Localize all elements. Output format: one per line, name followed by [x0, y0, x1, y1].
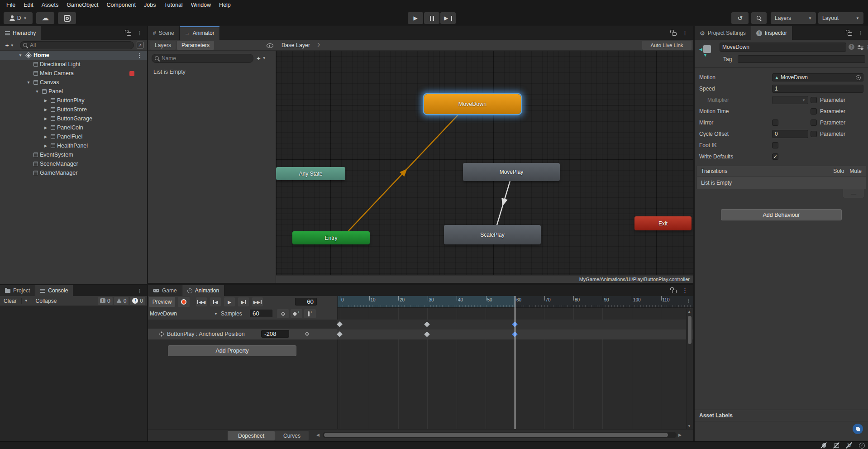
tab-animation[interactable]: Animation [182, 285, 224, 296]
add-keyframe-button[interactable]: + [291, 309, 302, 318]
compile-status-icon[interactable]: ✓ [858, 442, 865, 449]
foldout-icon[interactable]: ▶ [43, 116, 49, 121]
add-event-button[interactable]: + [304, 309, 316, 318]
state-machine-graph[interactable]: MoveDown Any State MovePlay Entry ScaleP… [276, 51, 693, 275]
create-object-button[interactable]: +▼ [3, 41, 16, 49]
parameter-search[interactable] [152, 54, 253, 63]
error-count-toggle[interactable]: ! 0 [130, 297, 145, 305]
undo-history-button[interactable]: ↺ [731, 12, 749, 24]
presets-icon[interactable] [858, 44, 863, 50]
kebab-menu-icon[interactable]: ⋮ [137, 30, 143, 36]
state-node-movedown[interactable]: MoveDown [424, 94, 521, 114]
scroll-right-icon[interactable]: ▶ [678, 433, 682, 437]
next-frame-button[interactable]: ▶ [238, 297, 249, 306]
hierarchy-search[interactable] [20, 41, 134, 49]
warning-count-toggle[interactable]: 0 [114, 297, 129, 305]
account-button[interactable]: D ▼ [4, 12, 33, 24]
eye-icon[interactable] [267, 42, 273, 48]
kebab-menu-icon[interactable]: ⋮ [682, 287, 688, 293]
mirror-parameter-checkbox[interactable] [811, 119, 817, 126]
info-count-toggle[interactable]: ! 0 [98, 297, 113, 305]
add-behaviour-button[interactable]: Add Behaviour [721, 209, 842, 220]
add-property-button[interactable]: Add Property [168, 345, 296, 356]
foldout-icon[interactable]: ▶ [43, 107, 49, 112]
kebab-menu-icon[interactable]: ⋮ [137, 288, 143, 294]
unity-hub-button[interactable] [58, 12, 76, 24]
menu-item[interactable]: Help [215, 0, 235, 10]
pause-button[interactable] [424, 12, 439, 24]
lock-icon[interactable] [672, 290, 677, 293]
clip-dropdown[interactable]: MoveDown ▼ [150, 310, 218, 318]
multiplier-parameter-checkbox[interactable] [811, 97, 817, 103]
preview-button[interactable]: Preview [149, 297, 175, 307]
multiplier-dropdown[interactable]: ▼ [772, 96, 808, 104]
foldout-icon[interactable]: ▶ [43, 125, 49, 130]
scrollbar-thumb[interactable] [688, 316, 692, 344]
tab-project[interactable]: Project [0, 285, 35, 296]
tab-hierarchy[interactable]: Hierarchy [0, 26, 41, 40]
speed-field[interactable] [772, 85, 863, 93]
curves-tab-button[interactable]: Curves [275, 431, 309, 440]
cycle-offset-parameter-checkbox[interactable] [811, 131, 817, 137]
play-button[interactable]: ▶ [408, 12, 423, 24]
mirror-checkbox[interactable] [772, 119, 778, 126]
previous-frame-button[interactable]: ◀ [210, 297, 221, 306]
lock-icon[interactable] [127, 32, 131, 36]
write-defaults-checkbox[interactable] [772, 153, 778, 160]
menu-item[interactable]: Jobs [140, 0, 160, 10]
foldout-icon[interactable]: ▶ [43, 143, 49, 148]
hierarchy-item[interactable]: ▶ ButtonPlay [0, 96, 147, 105]
hierarchy-item[interactable]: ▼ Canvas [0, 78, 147, 87]
hierarchy-item[interactable]: Directional Light [0, 60, 147, 69]
breadcrumb[interactable]: Base Layer [281, 40, 310, 51]
menu-item[interactable]: Tutorial [160, 0, 186, 10]
state-node-exit[interactable]: Exit [634, 216, 692, 230]
kebab-menu-icon[interactable]: ⋮ [137, 53, 143, 58]
foot-ik-checkbox[interactable] [772, 142, 778, 148]
add-parameter-button[interactable]: +▼ [257, 54, 266, 62]
samples-field[interactable] [250, 310, 272, 317]
play-animation-button[interactable]: ▶ [224, 297, 235, 306]
layers-tab-button[interactable]: Layers [150, 41, 176, 50]
keyframe-target-button[interactable] [277, 309, 289, 318]
kebab-menu-icon[interactable]: ⋮ [865, 44, 868, 50]
help-icon[interactable]: ? [849, 44, 854, 50]
keyframe[interactable] [424, 321, 430, 327]
asset-labels-header[interactable]: Asset Labels [695, 410, 868, 421]
popout-icon[interactable]: ↗ [137, 42, 143, 48]
parameter-search-input[interactable] [162, 55, 250, 62]
foldout-icon[interactable]: ▼ [25, 80, 32, 85]
hierarchy-search-input[interactable] [30, 42, 131, 48]
state-node-moveplay[interactable]: MovePlay [463, 163, 560, 181]
tab-game[interactable]: Game [148, 285, 182, 296]
step-button[interactable]: ▶ [440, 12, 456, 24]
hierarchy-item[interactable]: GameManager [0, 168, 147, 177]
hierarchy-scene-row[interactable]: ▼ Home ⋮ [0, 51, 147, 60]
scroll-up-icon[interactable]: ▲ [687, 310, 691, 314]
menu-item[interactable]: Edit [19, 0, 38, 10]
menu-item[interactable]: Window [187, 0, 215, 10]
remove-transition-button[interactable]: — [843, 189, 864, 198]
current-frame-field[interactable] [295, 298, 317, 306]
tab-animator[interactable]: → Animator [180, 26, 220, 40]
lock-icon[interactable] [848, 32, 852, 36]
hierarchy-item[interactable]: ▶ PanelFuel [0, 132, 147, 141]
hierarchy-item[interactable]: ▶ HealthPanel [0, 141, 147, 150]
hierarchy-item[interactable]: ▶ PanelCoin [0, 123, 147, 132]
keyframe-indicator-icon[interactable] [305, 332, 310, 336]
playhead[interactable] [515, 296, 515, 429]
scrollbar-thumb[interactable] [324, 433, 668, 437]
clear-dropdown-icon[interactable]: ▼ [24, 299, 28, 303]
state-node-entry[interactable]: Entry [292, 231, 370, 244]
tab-console[interactable]: Console [35, 285, 73, 296]
record-button[interactable] [178, 297, 190, 307]
parameters-tab-button[interactable]: Parameters [177, 41, 214, 50]
foldout-icon[interactable]: ▶ [43, 134, 49, 139]
state-name-field[interactable] [720, 43, 846, 52]
collapse-button[interactable]: Collapse [34, 298, 59, 304]
layers-dropdown[interactable]: Layers ▼ [771, 12, 816, 24]
motion-time-parameter-checkbox[interactable] [811, 108, 817, 115]
clear-button[interactable]: Clear [2, 298, 19, 304]
object-picker-icon[interactable] [856, 75, 861, 80]
scroll-down-icon[interactable]: ▼ [687, 424, 691, 428]
